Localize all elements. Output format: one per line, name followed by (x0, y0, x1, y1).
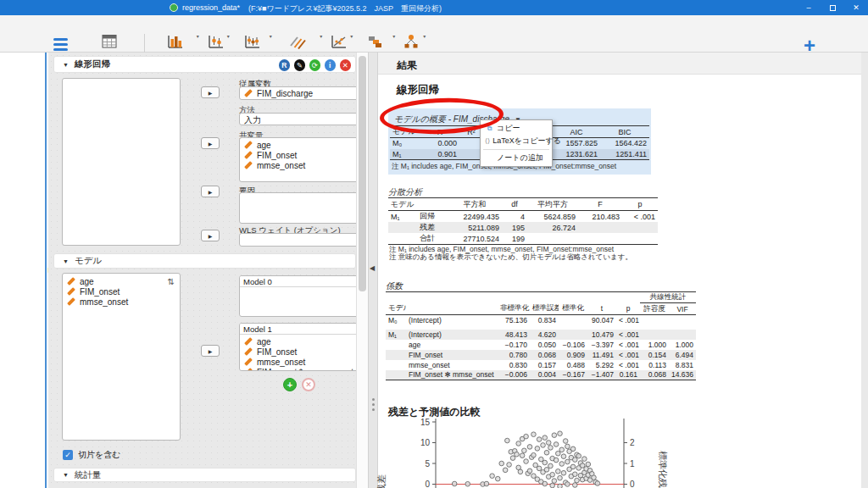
maximize-button[interactable] (821, 0, 844, 15)
dependent-field[interactable]: FIM_discharge ✎ (239, 86, 369, 100)
table-cell: < .001 (616, 315, 640, 325)
data-point (561, 470, 566, 475)
factors-list[interactable]: ▦ (239, 192, 369, 224)
analysis-header-icons: R✎⟳i✕ (275, 59, 351, 71)
variable-item[interactable]: age (240, 336, 368, 347)
data-point (484, 481, 489, 486)
duplicate-analysis-icon[interactable]: ⟳ (309, 59, 321, 71)
anova-icon (242, 34, 261, 53)
table-cell: 90.047 (587, 315, 616, 325)
group-header-cell: 共線性統計 (640, 292, 696, 303)
variable-item[interactable]: age (240, 140, 368, 150)
table-cell: 0.068 (640, 370, 669, 380)
maximize-icon (830, 5, 836, 11)
table-cell (386, 370, 406, 380)
table-row: age−0.1700.050−0.106−3.397< .0011.0001.0… (386, 340, 696, 350)
data-point (531, 452, 537, 458)
column-header: 平方和 (448, 198, 502, 211)
assign-model-term-button[interactable]: ▶ (201, 345, 220, 357)
wls-field[interactable]: ✎ (239, 233, 369, 247)
data-point (544, 450, 549, 455)
scale-variable-icon (67, 277, 75, 286)
dependent-variable[interactable]: FIM_discharge (240, 87, 368, 99)
menu-item-1[interactable]: ⧉コピー (481, 122, 552, 135)
table-cell: −0.170 (498, 340, 530, 350)
include-intercept-checkbox[interactable]: ✓ 切片を含む (63, 449, 120, 461)
covariates-list[interactable]: ✎ ageFIM_onsetmmse_onset (239, 137, 369, 182)
frequencies-icon (365, 34, 384, 53)
table-cell (640, 315, 669, 325)
model1-box[interactable]: Model 1 ageFIM_onsetmmse_onsetFIM_onset … (239, 323, 369, 371)
panel-scrollbar[interactable] (356, 53, 368, 488)
variable-item[interactable]: FIM_onset (240, 150, 368, 160)
data-point (546, 441, 551, 446)
table-cell: 4.620 (530, 330, 559, 340)
data-point (515, 452, 520, 457)
variable-name: mmse_onset (257, 358, 305, 367)
method-dropdown[interactable]: 入力 ▼ (239, 113, 369, 125)
assign-dependent-button[interactable]: ▶ (201, 86, 220, 98)
assign-covariates-button[interactable]: ▶ (201, 137, 220, 149)
model-components-list[interactable]: ⇅ ageFIM_onsetmmse_onset (62, 273, 181, 441)
add-model-button[interactable]: + (283, 378, 297, 391)
close-button[interactable]: ✕ (844, 0, 868, 15)
statistics-section-title: 統計量 (75, 469, 102, 481)
section-model[interactable]: ▼ モデル (53, 253, 356, 269)
table-cell: < .001 (622, 211, 658, 223)
panel-scrollbar-thumb[interactable] (359, 56, 366, 291)
assign-wls-button[interactable]: ▶ (201, 230, 220, 241)
splitter-collapse-icon[interactable]: ◀ (370, 264, 375, 272)
menu-item-3[interactable]: ノートの追加 (481, 152, 552, 164)
variable-item[interactable]: FIM_onset (63, 286, 180, 297)
data-point (556, 451, 561, 456)
table-row: FIM_onset0.7800.0680.90911.491< .0010.15… (386, 350, 696, 360)
table-cell: 6.494 (669, 350, 696, 360)
model0-box[interactable]: Model 0 (239, 275, 369, 317)
table-cell (559, 315, 587, 325)
section-statistics[interactable]: ▼ 統計量 (53, 468, 356, 482)
y-tick-label: 1 (630, 459, 635, 469)
data-point (576, 453, 581, 458)
variable-item[interactable]: FIM_onset * mmse_onset (240, 367, 368, 371)
collapsed-data-pane[interactable] (0, 53, 47, 488)
section-linear-regression[interactable]: ▼ 線形回帰 R✎⟳i✕ (53, 56, 356, 73)
variable-item[interactable]: mmse_onset (240, 357, 368, 367)
data-point (565, 482, 570, 487)
scale-variable-icon (244, 89, 253, 97)
table-cell: 1.000 (669, 340, 696, 350)
minimize-button[interactable]: – (797, 0, 821, 15)
r-syntax-icon[interactable]: R (279, 59, 291, 71)
copy-icon: ⧉ (485, 125, 494, 133)
variable-item[interactable]: mmse_onset (240, 160, 368, 170)
menu-item-2[interactable]: ⟨⟩LaTeXをコピーする (481, 135, 552, 147)
remove-model-button[interactable]: ✕ (302, 378, 315, 391)
close-analysis-icon[interactable]: ✕ (340, 59, 352, 71)
table-cell: 0.000 (420, 138, 459, 149)
ribbon-toolbar: データの編集▾記述統計量▾t検定▾分散分析▾混合モデル▾回帰▾度数分布▾因子 + (0, 15, 868, 53)
splitter-grip[interactable] (371, 396, 375, 412)
method-value: 入力 (240, 114, 368, 125)
info-icon[interactable]: i (325, 59, 337, 71)
available-variables-list[interactable] (62, 78, 181, 246)
ttest-icon (206, 34, 225, 53)
hamburger-menu-button[interactable] (53, 38, 69, 52)
table-row: 残差5211.08919526.724 (388, 222, 658, 233)
table-cell (388, 233, 417, 245)
data-point (586, 462, 591, 467)
variable-item[interactable]: age (63, 276, 180, 286)
menu-item-label: LaTeXをコピーする (492, 136, 561, 147)
edit-title-icon[interactable]: ✎ (294, 59, 306, 71)
variable-item[interactable]: FIM_onset (240, 347, 368, 357)
scale-variable-icon (244, 358, 253, 366)
assign-factors-button[interactable]: ▶ (201, 186, 220, 197)
data-point (522, 448, 527, 453)
data-point (524, 459, 529, 464)
y-tick-label: 10 (420, 438, 431, 447)
table-cell: 0.780 (498, 350, 530, 360)
dropdown-caret-icon: ▾ (350, 33, 353, 39)
data-point (537, 437, 542, 442)
menu-item-label: ノートの追加 (497, 152, 543, 164)
table-cell: M₁ (388, 211, 417, 223)
sort-icon[interactable]: ⇅ (168, 277, 175, 286)
variable-item[interactable]: mmse_onset (63, 297, 180, 307)
